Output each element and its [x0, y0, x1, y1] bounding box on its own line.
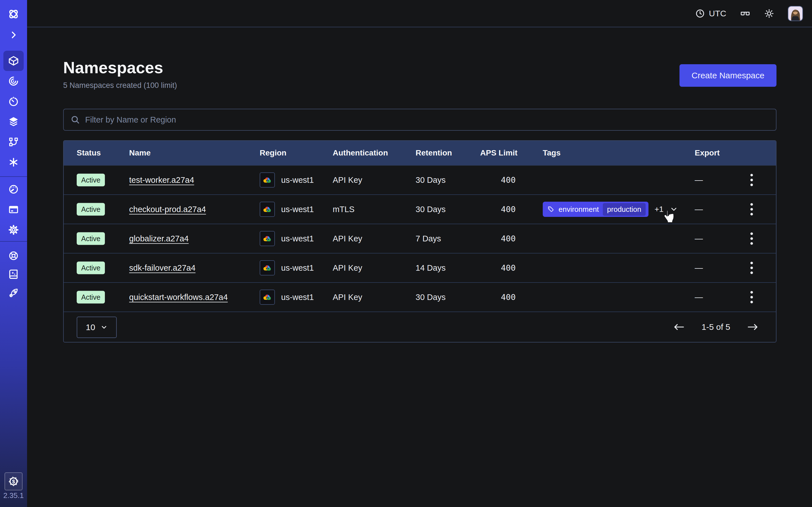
status-badge: Active: [77, 203, 105, 216]
tag-chip[interactable]: environment production: [543, 202, 649, 217]
arrow-left-icon: [673, 323, 685, 331]
sidebar-item-pricing[interactable]: $: [4, 472, 22, 490]
gcp-region-icon: [260, 260, 275, 276]
branch-icon: [8, 136, 19, 147]
tags-expand-chevron-icon[interactable]: [670, 205, 678, 214]
tag-key: environment: [559, 205, 599, 214]
sidebar-item-usage[interactable]: [0, 179, 27, 200]
auth-value: API Key: [333, 263, 362, 273]
sidebar-item-deployments[interactable]: [0, 112, 27, 132]
filter-input[interactable]: [85, 115, 769, 124]
row-menu-button[interactable]: [745, 230, 758, 247]
column-region: Region: [260, 149, 287, 158]
status-badge: Active: [77, 232, 105, 245]
namespace-link[interactable]: quickstart-workflows.a27a4: [129, 293, 228, 302]
gcp-region-icon: [260, 231, 275, 246]
aps-limit-value: 400: [480, 175, 516, 185]
row-menu-button[interactable]: [745, 288, 758, 306]
sidebar-item-support[interactable]: [0, 246, 27, 265]
status-badge: Active: [77, 291, 105, 304]
timezone-button[interactable]: UTC: [695, 9, 726, 18]
table-row: Active checkout-prod.a27a4 us-west1 mTLS: [64, 194, 776, 224]
chevron-down-icon: [100, 324, 108, 331]
sidebar-divider: [0, 241, 27, 242]
page-size-select[interactable]: 10: [77, 317, 117, 338]
cube-icon: [8, 55, 19, 66]
sidebar-expand-button[interactable]: [0, 25, 27, 45]
gcp-logo-icon: [262, 175, 272, 185]
namespace-link[interactable]: checkout-prod.a27a4: [129, 205, 206, 214]
gcp-logo-icon: [262, 292, 272, 302]
sidebar: $ 2.35.1: [0, 0, 27, 507]
search-icon: [70, 115, 80, 124]
retention-value: 30 Days: [416, 175, 446, 185]
topbar: UTC: [27, 0, 812, 27]
export-value: —: [695, 175, 703, 185]
avatar-image: [788, 6, 802, 20]
kebab-menu-icon: [750, 203, 754, 216]
swirl-icon: [8, 76, 19, 87]
sidebar-item-getting-started[interactable]: [0, 284, 27, 302]
retention-value: 30 Days: [416, 205, 446, 214]
table-row: Active sdk-failover.a27a4 us-west1 API K…: [64, 253, 776, 282]
gcp-logo-icon: [262, 205, 272, 214]
user-avatar[interactable]: [788, 6, 803, 21]
auth-value: mTLS: [333, 205, 354, 214]
region-label: us-west1: [281, 263, 314, 273]
version-label: 2.35.1: [0, 491, 27, 500]
sidebar-item-settings[interactable]: [0, 220, 27, 240]
book-icon: [8, 269, 19, 280]
sidebar-item-namespaces[interactable]: [0, 51, 27, 71]
namespace-link[interactable]: test-worker.a27a4: [129, 175, 194, 185]
table-row: Active globalizer.a27a4 us-west1 API Key: [64, 224, 776, 253]
next-page-button[interactable]: [747, 323, 759, 331]
gcp-logo-icon: [262, 234, 272, 243]
labs-button[interactable]: [740, 8, 751, 19]
table-row: Active quickstart-workflows.a27a4 us-wes…: [64, 282, 776, 312]
filter-bar: [63, 109, 776, 131]
clock-icon: [695, 9, 705, 18]
theme-toggle-button[interactable]: [764, 8, 774, 18]
temporal-logo[interactable]: [0, 4, 27, 24]
namespace-link[interactable]: sdk-failover.a27a4: [129, 263, 195, 273]
sidebar-item-schedules[interactable]: [0, 91, 27, 112]
auth-value: API Key: [333, 293, 362, 302]
column-authentication: Authentication: [333, 149, 388, 158]
auth-value: API Key: [333, 234, 362, 243]
table-row: Active test-worker.a27a4 us-west1 API Ke…: [64, 165, 776, 194]
create-namespace-button[interactable]: Create Namespace: [679, 64, 776, 87]
row-menu-button[interactable]: [745, 200, 758, 218]
tags-overflow: +1: [655, 205, 664, 214]
glasses-icon: [740, 8, 751, 19]
aps-limit-value: 400: [480, 292, 516, 302]
gear-icon: [8, 224, 19, 235]
sidebar-divider: [0, 176, 27, 177]
prev-page-button[interactable]: [673, 323, 685, 331]
region-label: us-west1: [281, 234, 314, 243]
dollar-badge-icon: $: [8, 476, 19, 487]
gauge-icon: [8, 184, 19, 194]
sidebar-item-nexus[interactable]: [0, 152, 27, 172]
chevron-right-icon: [9, 30, 18, 40]
region-label: us-west1: [281, 175, 314, 185]
kebab-menu-icon: [750, 232, 754, 245]
sidebar-item-batch[interactable]: [0, 132, 27, 152]
retention-value: 14 Days: [416, 263, 446, 273]
namespace-link[interactable]: globalizer.a27a4: [129, 234, 189, 243]
column-retention: Retention: [416, 149, 452, 158]
region-label: us-west1: [281, 205, 314, 214]
sidebar-item-billing[interactable]: [0, 200, 27, 220]
auth-value: API Key: [333, 175, 362, 185]
sidebar-item-docs[interactable]: [0, 265, 27, 284]
sidebar-item-workflows[interactable]: [0, 71, 27, 91]
lifebuoy-icon: [8, 250, 19, 261]
export-value: —: [695, 293, 703, 302]
row-menu-button[interactable]: [745, 259, 758, 277]
layers-icon: [8, 116, 19, 127]
tags-cell: environment production +1: [543, 202, 678, 217]
timezone-label: UTC: [709, 9, 726, 18]
row-menu-button[interactable]: [745, 171, 758, 189]
kebab-menu-icon: [750, 290, 754, 304]
status-badge: Active: [77, 174, 105, 186]
kebab-menu-icon: [750, 173, 754, 187]
